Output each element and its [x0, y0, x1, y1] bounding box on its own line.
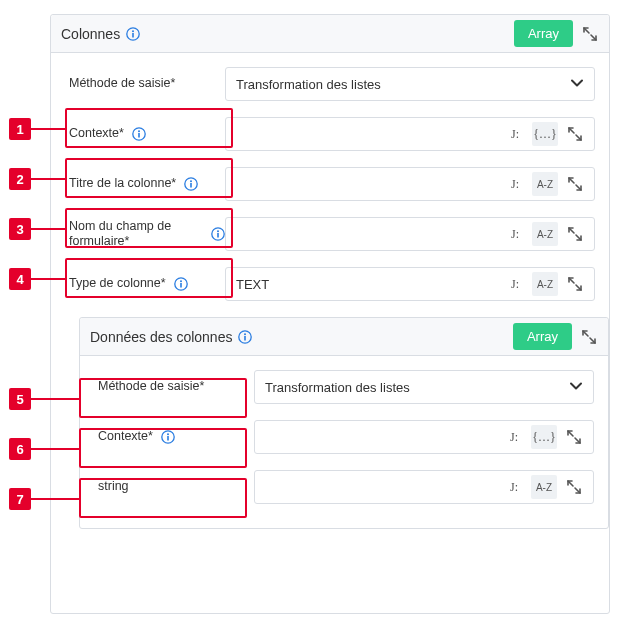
expand-icon[interactable] — [581, 25, 599, 43]
expand-adorn-icon[interactable] — [562, 222, 588, 246]
info-icon[interactable] — [161, 430, 175, 444]
label-titre: Titre de la colonne* — [65, 176, 225, 192]
callout-3: 3 — [9, 218, 31, 240]
info-icon[interactable] — [132, 127, 146, 141]
callout-line — [31, 498, 79, 500]
info-icon[interactable] — [184, 177, 198, 191]
label-text: Contexte* — [98, 429, 153, 445]
row-inner-string: string J: A-Z — [94, 470, 594, 504]
expand-adorn-icon[interactable] — [561, 425, 587, 449]
label-text: Nom du champ de formulaire* — [69, 219, 203, 249]
label-text: Contexte* — [69, 126, 124, 142]
callout-5: 5 — [9, 388, 31, 410]
colonnes-panel-body: Méthode de saisie* Transformation des li… — [51, 53, 609, 537]
row-titre-colonne: Titre de la colonne* J: A-Z — [65, 167, 595, 201]
az-adorn[interactable]: A-Z — [532, 222, 558, 246]
az-adorn[interactable]: A-Z — [531, 475, 557, 499]
input-typecol[interactable]: TEXT J: A-Z — [225, 267, 595, 301]
callout-line — [31, 128, 65, 130]
panel-title: Données des colonnes — [90, 329, 232, 345]
js-adorn[interactable]: J: — [501, 425, 527, 449]
donnees-panel: Données des colonnes Array Méthode de sa… — [79, 317, 609, 529]
label-typecol: Type de colonne* — [65, 276, 225, 292]
info-icon[interactable] — [211, 227, 225, 241]
row-type-colonne: Type de colonne* TEXT J: A-Z — [65, 267, 595, 301]
expand-adorn-icon[interactable] — [561, 475, 587, 499]
chevron-down-icon — [570, 77, 584, 92]
label-contexte: Contexte* — [65, 126, 225, 142]
label-text: Méthode de saisie* — [98, 379, 204, 395]
js-adorn[interactable]: J: — [502, 172, 528, 196]
select-methode[interactable]: Transformation des listes — [225, 67, 595, 101]
input-nomchamp[interactable]: J: A-Z — [225, 217, 595, 251]
input-area[interactable] — [226, 218, 502, 250]
input-inner-contexte[interactable]: J: {…} — [254, 420, 594, 454]
callout-line — [31, 398, 79, 400]
callout-7: 7 — [9, 488, 31, 510]
label-inner-string: string — [94, 479, 254, 495]
donnees-panel-body: Méthode de saisie* Transformation des li… — [80, 356, 608, 528]
info-icon[interactable] — [174, 277, 188, 291]
label-nomchamp: Nom du champ de formulaire* — [65, 219, 225, 249]
chevron-down-icon — [569, 380, 583, 395]
label-methode: Méthode de saisie* — [65, 76, 225, 92]
expand-adorn-icon[interactable] — [562, 122, 588, 146]
select-value: Transformation des listes — [236, 77, 381, 92]
callout-6: 6 — [9, 438, 31, 460]
colonnes-panel: Colonnes Array Méthode de saisie* Transf… — [50, 14, 610, 614]
brackets-adorn[interactable]: {…} — [532, 122, 558, 146]
callout-line — [31, 228, 65, 230]
brackets-adorn[interactable]: {…} — [531, 425, 557, 449]
js-adorn[interactable]: J: — [502, 272, 528, 296]
colonnes-panel-header: Colonnes Array — [51, 15, 609, 53]
az-adorn[interactable]: A-Z — [532, 172, 558, 196]
label-text: Type de colonne* — [69, 276, 166, 292]
label-text: Titre de la colonne* — [69, 176, 176, 192]
callout-4: 4 — [9, 268, 31, 290]
donnees-panel-header: Données des colonnes Array — [80, 318, 608, 356]
label-text: Méthode de saisie* — [69, 76, 175, 92]
input-area[interactable] — [226, 168, 502, 200]
select-inner-methode[interactable]: Transformation des listes — [254, 370, 594, 404]
callout-line — [31, 178, 65, 180]
row-nom-champ: Nom du champ de formulaire* J: A-Z — [65, 217, 595, 251]
row-inner-contexte: Contexte* J: {…} — [94, 420, 594, 454]
label-text: string — [98, 479, 129, 495]
js-adorn[interactable]: J: — [502, 122, 528, 146]
input-titre[interactable]: J: A-Z — [225, 167, 595, 201]
input-inner-string[interactable]: J: A-Z — [254, 470, 594, 504]
label-inner-contexte: Contexte* — [94, 429, 254, 445]
callout-2: 2 — [9, 168, 31, 190]
expand-adorn-icon[interactable] — [562, 272, 588, 296]
callout-1: 1 — [9, 118, 31, 140]
expand-icon[interactable] — [580, 328, 598, 346]
row-inner-methode: Méthode de saisie* Transformation des li… — [94, 370, 594, 404]
callout-line — [31, 278, 65, 280]
expand-adorn-icon[interactable] — [562, 172, 588, 196]
input-area[interactable] — [226, 118, 502, 150]
panel-title: Colonnes — [61, 26, 120, 42]
select-value: Transformation des listes — [265, 380, 410, 395]
js-adorn[interactable]: J: — [502, 222, 528, 246]
label-inner-methode: Méthode de saisie* — [94, 379, 254, 395]
info-icon[interactable] — [126, 27, 140, 41]
az-adorn[interactable]: A-Z — [532, 272, 558, 296]
callout-line — [31, 448, 79, 450]
array-button[interactable]: Array — [513, 323, 572, 350]
js-adorn[interactable]: J: — [501, 475, 527, 499]
input-area: TEXT — [226, 268, 502, 300]
input-contexte[interactable]: J: {…} — [225, 117, 595, 151]
row-contexte: Contexte* J: {…} — [65, 117, 595, 151]
input-area[interactable] — [255, 471, 501, 503]
array-button[interactable]: Array — [514, 20, 573, 47]
row-methode-de-saisie: Méthode de saisie* Transformation des li… — [65, 67, 595, 101]
info-icon[interactable] — [238, 330, 252, 344]
input-area[interactable] — [255, 421, 501, 453]
